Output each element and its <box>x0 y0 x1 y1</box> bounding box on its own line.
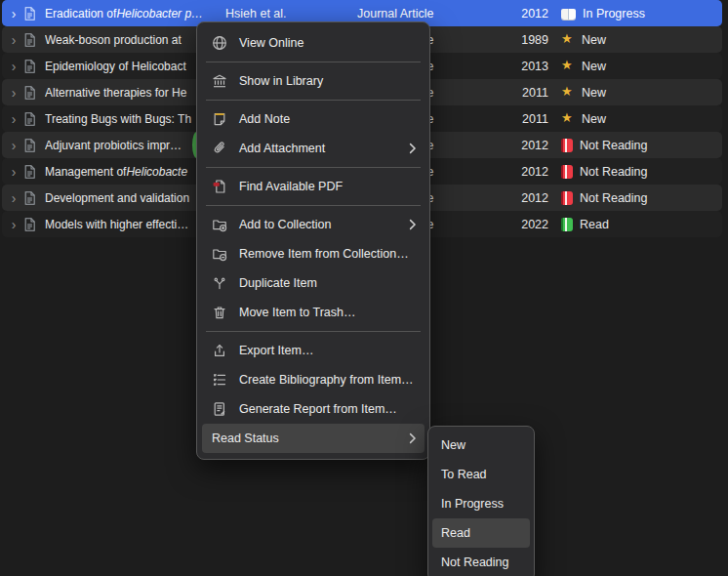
star-icon <box>561 112 575 126</box>
submenu-arrow-icon <box>409 143 417 154</box>
trash-icon <box>212 305 227 320</box>
item-year: 2012 <box>495 0 548 26</box>
open-book-icon <box>561 9 576 20</box>
read-status-badge: New <box>561 26 717 53</box>
report-icon <box>212 401 227 417</box>
submenu-item-new[interactable]: New <box>432 431 530 460</box>
folder-plus-icon <box>212 217 227 232</box>
submenu-arrow-icon <box>409 219 417 230</box>
item-title: Epidemiology of Helicobact <box>45 53 211 79</box>
menu-item-create-bibliography[interactable]: Create Bibliography from Item… <box>202 365 425 394</box>
read-status-badge: New <box>561 79 717 105</box>
item-year: 2022 <box>495 211 548 237</box>
chevron-right-icon[interactable]: › <box>8 211 20 237</box>
item-year: 2011 <box>495 105 548 132</box>
star-icon <box>561 33 575 47</box>
document-icon <box>22 211 38 237</box>
library-icon <box>212 73 227 89</box>
item-title: Weak-boson production at <box>45 26 211 53</box>
menu-item-read-status[interactable]: Read Status <box>202 424 425 453</box>
item-title: Treating Bugs with Bugs: Th <box>45 105 211 132</box>
menu-item-duplicate-item[interactable]: Duplicate Item <box>202 268 425 298</box>
globe-icon <box>212 35 227 51</box>
chevron-right-icon[interactable]: › <box>8 132 20 158</box>
star-icon <box>561 60 575 73</box>
menu-item-export-item[interactable]: Export Item… <box>202 336 425 365</box>
item-title: Management of Helicobacte <box>45 158 211 185</box>
menu-item-add-to-collection[interactable]: Add to Collection <box>202 210 425 239</box>
chevron-right-icon[interactable]: › <box>8 53 20 79</box>
bibliography-icon <box>212 372 227 388</box>
submenu-item-in-progress[interactable]: In Progress <box>432 489 530 518</box>
folder-minus-icon <box>212 246 227 262</box>
menu-item-move-to-trash[interactable]: Move Item to Trash… <box>202 298 425 327</box>
menu-item-find-available-pdf[interactable]: Find Available PDF <box>202 172 425 201</box>
menu-item-add-attachment[interactable]: Add Attachment <box>202 134 425 163</box>
item-title: Adjuvant probiotics impr… <box>45 132 211 158</box>
submenu-item-read[interactable]: Read <box>432 518 530 548</box>
document-icon <box>22 53 38 79</box>
chevron-right-icon[interactable]: › <box>8 158 20 185</box>
menu-separator <box>206 331 421 332</box>
document-icon <box>22 26 38 53</box>
red-book-icon <box>561 191 573 205</box>
read-status-submenu: New To Read In Progress Read Not Reading <box>427 426 535 576</box>
item-year: 2011 <box>495 79 548 105</box>
pdf-icon <box>212 179 227 194</box>
read-status-badge: In Progress <box>561 0 717 26</box>
menu-separator <box>206 205 421 206</box>
read-status-badge: New <box>561 105 717 132</box>
item-title: Models with higher effecti… <box>45 211 211 237</box>
document-icon <box>22 0 38 26</box>
red-book-icon <box>561 139 573 152</box>
note-icon <box>212 111 227 127</box>
item-year: 1989 <box>495 26 548 53</box>
submenu-item-to-read[interactable]: To Read <box>432 460 530 489</box>
chevron-right-icon[interactable]: › <box>8 185 20 211</box>
green-book-icon <box>561 218 573 231</box>
document-icon <box>22 158 38 185</box>
menu-item-add-note[interactable]: Add Note <box>202 104 425 134</box>
chevron-right-icon[interactable]: › <box>8 105 20 132</box>
menu-item-show-in-library[interactable]: Show in Library <box>202 66 425 96</box>
chevron-right-icon[interactable]: › <box>8 26 20 53</box>
read-status-badge: Not Reading <box>561 158 717 185</box>
export-icon <box>212 343 227 358</box>
document-icon <box>22 79 38 105</box>
submenu-item-not-reading[interactable]: Not Reading <box>432 548 530 576</box>
item-year: 2013 <box>495 53 548 79</box>
menu-separator <box>206 100 421 101</box>
item-title: Development and validation <box>45 185 211 211</box>
chevron-right-icon[interactable]: › <box>8 0 20 26</box>
read-status-badge: Read <box>561 211 717 237</box>
menu-item-generate-report[interactable]: Generate Report from Item… <box>202 394 425 424</box>
star-icon <box>561 86 575 100</box>
item-title: Alternative therapies for He <box>45 79 211 105</box>
duplicate-icon <box>212 275 227 291</box>
item-title: Eradication of Helicobacter p… <box>45 0 211 26</box>
context-menu: View Online Show in Library Add Note Add… <box>196 21 430 460</box>
read-status-badge: Not Reading <box>561 185 717 211</box>
paperclip-icon <box>212 141 227 156</box>
item-year: 2012 <box>495 185 548 211</box>
read-status-badge: New <box>561 53 717 79</box>
document-icon <box>22 105 38 132</box>
document-icon <box>22 185 38 211</box>
submenu-arrow-icon <box>409 432 417 444</box>
red-book-icon <box>561 165 573 179</box>
menu-separator <box>206 62 421 62</box>
item-year: 2012 <box>495 132 548 158</box>
read-status-badge: Not Reading <box>561 132 717 158</box>
menu-item-view-online[interactable]: View Online <box>202 28 425 58</box>
item-year: 2012 <box>495 158 548 185</box>
menu-item-remove-from-collection[interactable]: Remove Item from Collection… <box>202 239 425 268</box>
chevron-right-icon[interactable]: › <box>8 79 20 105</box>
document-icon <box>22 132 38 158</box>
menu-separator <box>206 167 421 168</box>
